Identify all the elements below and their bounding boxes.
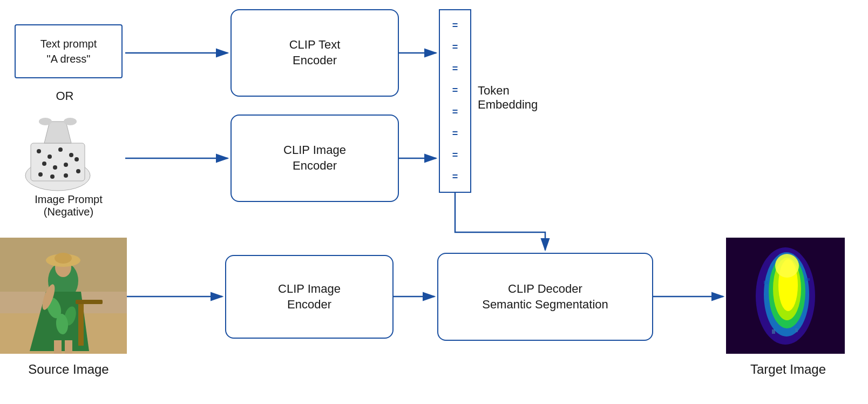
clip-decoder-box: CLIP DecoderSemantic Segmentation	[437, 253, 653, 341]
target-image-label: Target Image	[734, 362, 842, 377]
token-row-1: =	[452, 21, 458, 30]
svg-rect-38	[78, 302, 84, 346]
source-image	[0, 238, 127, 354]
svg-point-21	[38, 172, 43, 177]
svg-point-32	[55, 253, 72, 264]
clip-image-encoder-bottom-label: CLIP ImageEncoder	[278, 281, 341, 312]
target-image	[726, 238, 845, 354]
svg-rect-33	[54, 340, 62, 354]
clip-image-encoder-top-box: CLIP ImageEncoder	[230, 115, 399, 202]
svg-rect-49	[795, 328, 798, 332]
dress-image	[15, 105, 101, 192]
token-row-5: =	[452, 107, 458, 117]
clip-decoder-label: CLIP DecoderSemantic Segmentation	[482, 281, 608, 312]
source-image-label: Source Image	[15, 362, 123, 377]
svg-point-17	[42, 161, 46, 166]
svg-point-23	[64, 173, 68, 178]
image-prompt-label: Image Prompt (Negative)	[15, 193, 123, 218]
svg-point-22	[50, 174, 55, 179]
token-row-4: =	[452, 85, 458, 95]
svg-point-14	[48, 154, 52, 159]
svg-point-20	[74, 157, 79, 161]
svg-rect-48	[772, 329, 775, 334]
svg-rect-50	[764, 281, 768, 284]
or-label: OR	[49, 89, 81, 103]
clip-text-encoder-label: CLIP TextEncoder	[289, 37, 341, 68]
svg-point-12	[64, 118, 77, 125]
svg-rect-39	[76, 300, 103, 304]
svg-point-24	[76, 169, 80, 173]
diagram: Text prompt "A dress" OR	[0, 0, 868, 404]
svg-point-15	[58, 147, 63, 152]
clip-text-encoder-box: CLIP TextEncoder	[230, 9, 399, 97]
token-row-7: =	[452, 150, 458, 160]
svg-point-11	[39, 118, 52, 125]
text-prompt-label: Text prompt "A dress"	[40, 36, 97, 66]
svg-point-18	[53, 165, 57, 170]
clip-image-encoder-bottom-box: CLIP ImageEncoder	[225, 255, 394, 339]
token-row-6: =	[452, 129, 458, 138]
clip-image-encoder-top-label: CLIP ImageEncoder	[283, 143, 346, 173]
svg-point-13	[37, 149, 41, 153]
token-row-2: =	[452, 42, 458, 52]
svg-rect-51	[806, 278, 810, 281]
text-prompt-box: Text prompt "A dress"	[15, 24, 123, 78]
svg-rect-34	[65, 340, 72, 354]
svg-point-19	[64, 163, 68, 167]
token-embedding-label: Token Embedding	[478, 84, 553, 112]
svg-point-47	[775, 254, 799, 278]
token-row-3: =	[452, 64, 458, 73]
token-embedding-block: = = = = = = = =	[439, 9, 471, 193]
token-row-8: =	[452, 172, 458, 181]
svg-point-16	[69, 153, 73, 157]
